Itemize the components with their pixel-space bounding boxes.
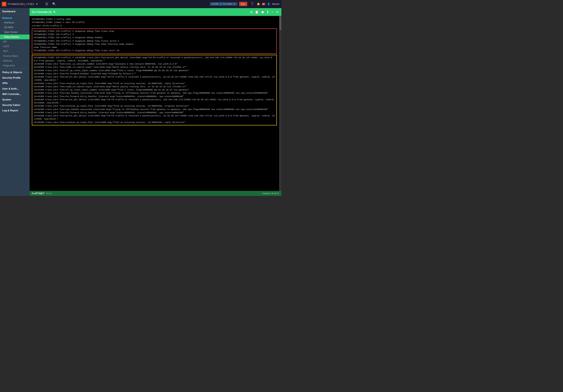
cli-minimize-button[interactable]: ─ — [271, 10, 274, 14]
sidebar-item-vpn[interactable]: VPN — [0, 80, 30, 86]
cli-copy-button[interactable]: ⧉ — [250, 10, 253, 14]
sidebar-item-dashboard[interactable]: Dashboard — [0, 8, 30, 14]
sidebar-item-diagnostics[interactable]: Diagnostics — [0, 63, 30, 68]
vdom-selector[interactable]: VDOM 👤 FG-traffic ▼ — [210, 2, 237, 6]
sidebar-item-static-routes[interactable]: Static Routes — [0, 30, 30, 35]
topbar-left: F FGTAWSCDDJ_CTZE3 ▼ — [2, 2, 43, 6]
sidebar-item-user-auth[interactable]: User & Auth... — [0, 86, 30, 91]
cli-section-yellow: FGTAWSCDDJ_CTZE3 (FG-traffic) # id=65308… — [32, 55, 277, 126]
notification-badge: 1 — [262, 3, 265, 5]
cli-section-red: FGTAWSCDDJ_CTZE3 (FG-traffic) # diagnose… — [32, 28, 277, 54]
sidebar-item-network[interactable]: Network — [0, 15, 30, 20]
sidebar-item-multicast[interactable]: Multicast — [0, 58, 30, 63]
cli-panel: CLI Console (1) ✎ ⧉ 📋 ⏺ ⬇ ─ ✕ FGTAWSCDDJ… — [30, 8, 282, 191]
cli-close-button[interactable]: ✕ — [275, 10, 279, 14]
topbar: F FGTAWSCDDJ_CTZE3 ▼ ☰ 🔍 VDOM 👤 FG-traff… — [0, 0, 282, 8]
statusbar-left: F●RTINET v7.2.2 — [32, 192, 51, 195]
sidebar-item-sdwan[interactable]: SD-WAN — [0, 25, 30, 30]
sidebar-item-ospf[interactable]: OSPF — [0, 44, 30, 49]
topbar-center: VDOM 👤 FG-traffic ▼ CLI ❓ 🔔 1 👤 labuser — [58, 2, 280, 6]
cli-console-title: CLI Console (1) — [32, 11, 52, 14]
device-dropdown-icon[interactable]: ▼ — [36, 2, 38, 6]
vdom-label: VDOM — [212, 3, 218, 5]
fortinet-logo-icon: F — [2, 2, 6, 6]
user-avatar-icon: 👤 — [267, 2, 270, 5]
cli-edit-icon[interactable]: ✎ — [53, 11, 55, 14]
cli-body-wrapper: FGTAWSCDDJ_CTZE3 # config vdomFGTAWSCDDJ… — [30, 16, 282, 191]
vdom-name: FG-traffic — [223, 3, 232, 5]
vdom-person-icon: 👤 — [219, 3, 222, 5]
menu-icon[interactable]: ☰ — [44, 1, 49, 7]
help-button[interactable]: ❓ — [249, 2, 255, 6]
sidebar-item-system[interactable]: System — [0, 96, 30, 102]
statusbar: F●RTINET v7.2.2 Updated: 08:49:01 — [30, 191, 282, 196]
sidebar-item-security-profile[interactable]: Security Profile — [0, 75, 30, 80]
main-layout: Dashboard Network Interfaces SD-WAN Stat… — [0, 8, 282, 196]
sidebar: Dashboard Network Interfaces SD-WAN Stat… — [0, 8, 30, 196]
sidebar-item-interfaces[interactable]: Interfaces — [0, 20, 30, 25]
statusbar-version: v7.2.2 — [46, 192, 51, 194]
cli-paste-button[interactable]: 📋 — [254, 10, 259, 14]
cli-toolbar: ⧉ 📋 ⏺ ⬇ ─ ✕ — [250, 10, 279, 14]
sidebar-item-log-report[interactable]: Log & Report — [0, 107, 30, 113]
cli-record-button[interactable]: ⏺ — [260, 10, 265, 14]
console-button[interactable]: CLI — [239, 2, 247, 6]
sidebar-item-bgp[interactable]: BGP — [0, 49, 30, 54]
device-name: FGTAWSCDDJ_CTZE3 — [8, 3, 34, 5]
cli-download-button[interactable]: ⬇ — [266, 10, 269, 14]
sidebar-divider-2 — [0, 68, 30, 69]
sidebar-item-wifi[interactable]: WiFi Controlle... — [0, 91, 30, 96]
username: labuser — [272, 3, 280, 5]
sidebar-item-policy-objects[interactable]: Policy & Objects — [0, 69, 30, 75]
cli-terminal-body[interactable]: FGTAWSCDDJ_CTZE3 # config vdomFGTAWSCDDJ… — [30, 16, 279, 191]
cli-scrollbar[interactable] — [279, 16, 282, 191]
search-icon[interactable]: 🔍 — [51, 2, 57, 6]
sidebar-divider-1 — [0, 14, 30, 14]
sidebar-item-rip[interactable]: RIP — [0, 39, 30, 44]
fortinet-logo-bottom: F●RTINET — [32, 192, 45, 195]
notification-icon[interactable]: 🔔 — [257, 2, 260, 5]
main-content: CLI Console (1) ✎ ⧉ 📋 ⏺ ⬇ ─ ✕ FGTAWSCDDJ… — [30, 8, 282, 196]
vdom-dropdown-icon: ▼ — [233, 3, 235, 5]
cli-header: CLI Console (1) ✎ ⧉ 📋 ⏺ ⬇ ─ ✕ — [30, 8, 282, 16]
cli-title-area: CLI Console (1) ✎ — [32, 11, 55, 14]
statusbar-updated: Updated: 08:49:01 — [262, 192, 279, 194]
sidebar-item-policy-routes[interactable]: Policy Routes — [0, 35, 30, 39]
sidebar-item-security-fabric[interactable]: Security Fabric — [0, 102, 30, 107]
sidebar-item-routing-object[interactable]: Routing Object — [0, 54, 30, 58]
topbar-icons: ☰ 🔍 — [44, 1, 57, 7]
